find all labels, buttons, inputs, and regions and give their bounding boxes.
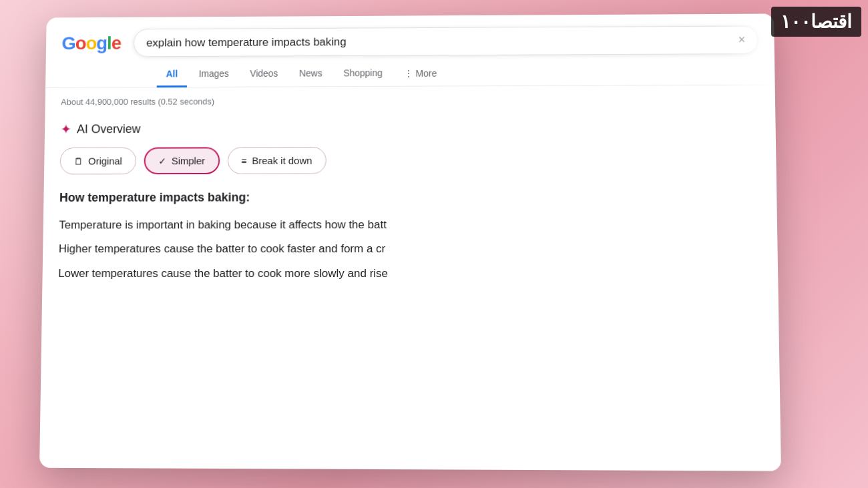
break-it-down-icon: ≡ (241, 156, 246, 166)
browser-card: Google explain how temperature impacts b… (39, 14, 781, 471)
btn-break-it-down[interactable]: ≡ Break it down (227, 147, 326, 174)
more-label: More (415, 68, 437, 79)
original-icon: 🗒 (73, 156, 83, 166)
ai-content-line-2: Higher temperatures cause the batter to … (59, 240, 762, 259)
ai-content: How temperature impacts baking: Temperat… (58, 186, 762, 284)
google-logo: Google (61, 33, 121, 54)
search-bar[interactable]: explain how temperature impacts baking × (134, 25, 758, 57)
results-count: About 44,900,000 results (0.52 seconds) (45, 85, 776, 111)
top-bar: Google explain how temperature impacts b… (46, 14, 775, 57)
btn-original-label: Original (88, 156, 122, 167)
btn-simpler-label: Simpler (172, 155, 205, 166)
tab-images[interactable]: Images (190, 61, 238, 87)
ai-sparkle-icon: ✦ (60, 121, 71, 138)
tab-all[interactable]: All (157, 62, 187, 87)
logo-letter-g2: g (96, 33, 107, 53)
btn-simpler[interactable]: ✓ Simpler (144, 147, 220, 174)
nav-tabs: All Images Videos News Shopping ⋮ More (45, 54, 775, 88)
ai-content-line-1: Temperature is important in baking becau… (59, 215, 761, 235)
search-query-text: explain how temperature impacts baking (146, 33, 738, 49)
tab-shopping[interactable]: Shopping (334, 61, 391, 87)
logo-letter-e: e (112, 33, 122, 53)
ai-content-line-3: Lower temperatures cause the batter to c… (58, 264, 762, 284)
ai-overview-section: ✦ AI Overview 🗒 Original ✓ Simpler ≡ Bre… (58, 119, 762, 284)
logo-letter-g: G (61, 33, 75, 53)
logo-letter-o1: o (75, 33, 86, 53)
pill-buttons-group: 🗒 Original ✓ Simpler ≡ Break it down (60, 146, 761, 174)
more-dots-icon: ⋮ (404, 68, 413, 79)
ai-content-heading: How temperature impacts baking: (59, 186, 761, 208)
logo-letter-o2: o (85, 33, 96, 53)
ai-overview-title: AI Overview (77, 122, 141, 136)
simpler-icon: ✓ (158, 156, 166, 166)
tab-news[interactable]: News (290, 61, 331, 87)
tab-videos[interactable]: Videos (240, 61, 287, 87)
watermark-logo: اقتصا۱۰۰ (771, 7, 861, 37)
more-menu[interactable]: ⋮ More (395, 61, 446, 85)
ai-overview-header: ✦ AI Overview (60, 119, 759, 137)
btn-original[interactable]: 🗒 Original (60, 148, 136, 175)
btn-break-it-down-label: Break it down (252, 155, 312, 166)
close-icon[interactable]: × (738, 33, 746, 47)
